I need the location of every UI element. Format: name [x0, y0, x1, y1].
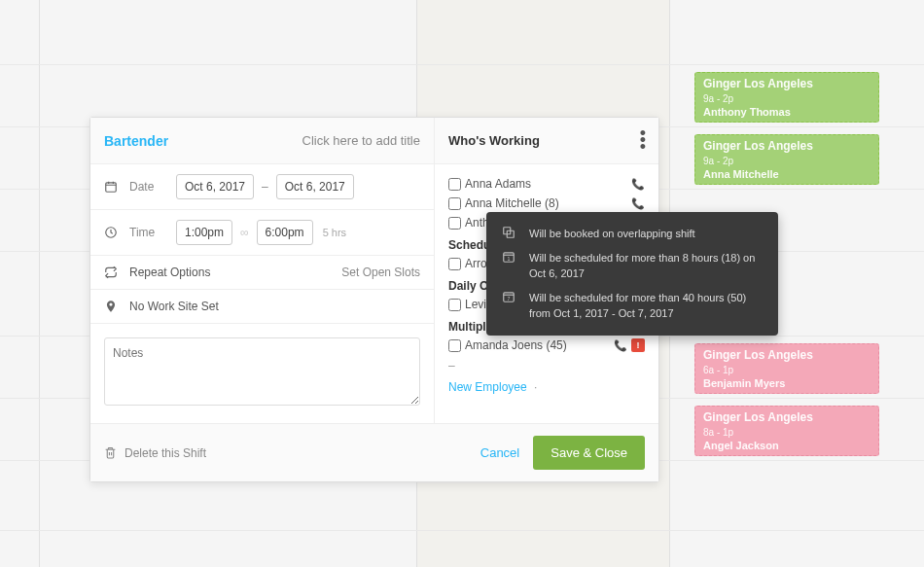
employee-row[interactable]: Anna Adams📞: [448, 174, 645, 194]
infinity-icon: ∞: [240, 226, 249, 239]
title-input[interactable]: Click here to add title: [302, 133, 420, 148]
employee-checkbox[interactable]: [448, 197, 461, 210]
tooltip-text: Will be booked on overlapping shift: [529, 226, 763, 242]
tooltip-icon: [502, 226, 521, 242]
modal-footer: Delete this Shift Cancel Save & Close: [90, 423, 658, 481]
notes-section: [104, 337, 420, 409]
phone-icon[interactable]: 📞: [631, 197, 645, 210]
duration-label: 5 hrs: [323, 227, 346, 238]
employee-checkbox[interactable]: [448, 339, 461, 352]
employee-checkbox[interactable]: [448, 217, 461, 230]
employee-row[interactable]: Amanda Joens (45)📞!: [448, 336, 645, 355]
clock-icon: [104, 226, 120, 239]
date-start-input[interactable]: Oct 6, 2017: [176, 174, 254, 199]
time-start-input[interactable]: 1:00pm: [176, 220, 232, 245]
date-end-input[interactable]: Oct 6, 2017: [276, 174, 354, 199]
save-close-button[interactable]: Save & Close: [533, 436, 645, 470]
phone-icon[interactable]: 📞: [614, 339, 627, 352]
open-slots-link[interactable]: Set Open Slots: [341, 266, 420, 279]
shift-card[interactable]: Ginger Los Angeles8a - 1pAngel Jackson: [694, 406, 879, 456]
employee-checkbox[interactable]: [448, 178, 461, 191]
new-employee-link[interactable]: New Employee ·: [448, 380, 645, 394]
repeat-icon: [104, 266, 120, 279]
date-row: Date Oct 6, 2017 – Oct 6, 2017: [90, 164, 434, 210]
svg-text:1: 1: [508, 256, 511, 262]
tooltip-text: Will be scheduled for more than 40 hours…: [529, 290, 763, 322]
date-label: Date: [129, 180, 176, 194]
svg-rect-0: [106, 183, 117, 192]
time-end-input[interactable]: 6:00pm: [257, 220, 313, 245]
cancel-button[interactable]: Cancel: [480, 445, 519, 460]
shift-card[interactable]: Ginger Los Angeles9a - 2pAnthony Thomas: [694, 72, 879, 123]
trash-icon: [104, 446, 117, 459]
tooltip-row: 7Will be scheduled for more than 40 hour…: [502, 290, 763, 322]
repeat-label: Repeat Options: [129, 266, 210, 279]
location-icon: [104, 300, 120, 313]
employee-name: Anna Adams: [465, 177, 627, 191]
employee-row[interactable]: Anna Mitchelle (8)📞: [448, 194, 645, 213]
worksite-label: No Work Site Set: [129, 300, 219, 313]
phone-icon[interactable]: 📞: [631, 178, 645, 191]
dash: –: [448, 359, 645, 372]
employee-checkbox[interactable]: [448, 299, 461, 311]
warning-tooltip: Will be booked on overlapping shift1Will…: [486, 212, 778, 336]
svg-text:7: 7: [508, 296, 511, 301]
delete-shift-button[interactable]: Delete this Shift: [104, 446, 206, 460]
modal-header: Bartender Click here to add title Who's …: [90, 118, 658, 164]
shift-card[interactable]: Ginger Los Angeles6a - 1pBenjamin Myers: [694, 343, 879, 394]
calendar-icon: [104, 180, 120, 194]
repeat-row[interactable]: Repeat Options Set Open Slots: [90, 256, 434, 290]
worksite-row[interactable]: No Work Site Set: [90, 290, 434, 324]
shift-card[interactable]: Ginger Los Angeles9a - 2pAnna Mitchelle: [694, 134, 879, 185]
tooltip-text: Will be scheduled for more than 8 hours …: [529, 250, 763, 282]
employee-name: Amanda Joens (45): [465, 338, 610, 352]
tooltip-row: 1Will be scheduled for more than 8 hours…: [502, 250, 763, 282]
time-label: Time: [129, 226, 176, 239]
whos-working-header: Who's Working: [448, 133, 540, 148]
tooltip-row: Will be booked on overlapping shift: [502, 226, 763, 242]
tooltip-icon: 1: [502, 250, 521, 282]
role-label[interactable]: Bartender: [104, 133, 168, 149]
tooltip-icon: 7: [502, 290, 521, 322]
employee-name: Anna Mitchelle (8): [465, 196, 627, 210]
notes-textarea[interactable]: [104, 337, 420, 406]
time-row: Time 1:00pm ∞ 6:00pm 5 hrs: [90, 210, 434, 256]
kebab-menu-icon[interactable]: •••: [640, 130, 645, 152]
date-separator: –: [262, 180, 268, 194]
employee-checkbox[interactable]: [448, 258, 461, 270]
alert-icon: !: [631, 338, 645, 352]
